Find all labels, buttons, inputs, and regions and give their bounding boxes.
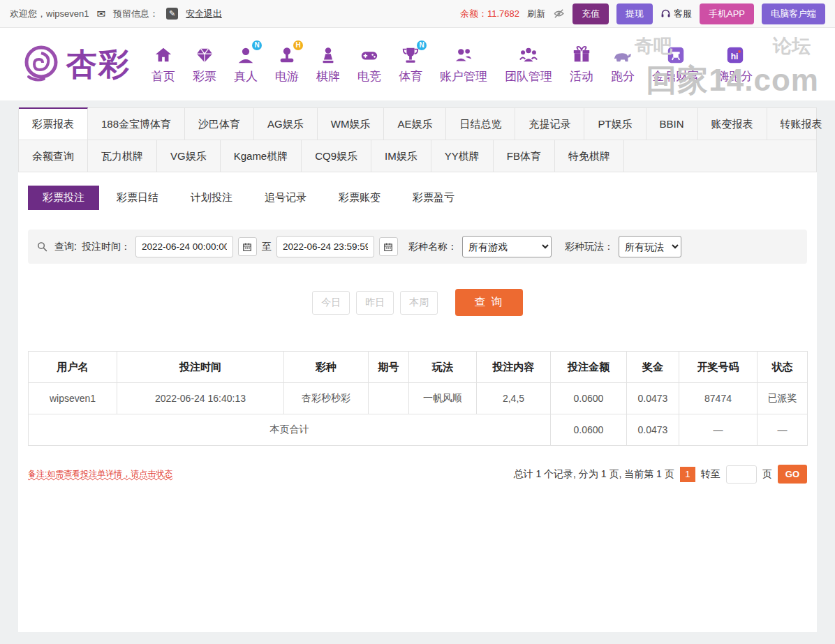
logout-link[interactable]: 安全退出 (186, 8, 222, 20)
hot-badge: H (293, 40, 303, 50)
bet-time-to-input[interactable] (276, 236, 374, 257)
subtab-plan-bets[interactable]: 计划投注 (176, 186, 247, 210)
col-bet-time: 投注时间 (117, 352, 284, 383)
tab-bbin[interactable]: BBIN (646, 108, 698, 140)
tab-temian-chess[interactable]: 特免棋牌 (555, 140, 624, 172)
cell-status-link[interactable]: 已派奖 (758, 383, 808, 414)
tab-balance-change-report[interactable]: 账变报表 (698, 108, 767, 140)
bet-report-table: 用户名 投注时间 彩种 期号 玩法 投注内容 投注金额 奖金 开奖号码 状态 w… (28, 351, 808, 446)
message-icon[interactable]: ✉ (96, 8, 105, 20)
nav-item-egames[interactable]: H 电游 (275, 44, 299, 84)
search-bar: 查询: 投注时间： 至 彩种名称： 所有游戏 彩种玩法： 所有玩法 (28, 230, 807, 264)
team-users-icon (519, 44, 538, 66)
subtab-lottery-balance-change[interactable]: 彩票账变 (324, 186, 395, 210)
eye-off-icon[interactable] (553, 8, 565, 20)
search-submit-button[interactable]: 查 询 (455, 289, 522, 316)
tab-ae[interactable]: AE娱乐 (384, 108, 446, 140)
calendar-icon[interactable] (238, 237, 257, 256)
current-page-button[interactable]: 1 (680, 467, 695, 482)
tab-fb-sports[interactable]: FB体育 (494, 140, 555, 172)
tab-lottery-report[interactable]: 彩票报表 (19, 107, 88, 140)
nav-item-paofen[interactable]: 跑分 (611, 44, 635, 84)
tab-wali-chess[interactable]: 瓦力棋牌 (88, 140, 157, 172)
pagination: 总计 1 个记录, 分为 1 页, 当前第 1 页 1 转至 页 GO (514, 465, 808, 484)
search-icon (36, 241, 48, 253)
tab-balance-query[interactable]: 余额查询 (19, 140, 88, 172)
pagination-summary: 总计 1 个记录, 分为 1 页, 当前第 1 页 (514, 468, 674, 481)
main-nav: 首页 彩票 N 真人 H 电游 (152, 44, 753, 84)
nav-item-team[interactable]: 团队管理 (505, 44, 552, 84)
subtab-lottery-daily[interactable]: 彩票日结 (102, 186, 173, 210)
tab-kgame[interactable]: Kgame棋牌 (221, 140, 302, 172)
cell-draw-numbers: 87474 (679, 383, 758, 414)
subtab-lottery-profit-loss[interactable]: 彩票盈亏 (398, 186, 469, 210)
cell-game: 杏彩秒秒彩 (284, 383, 369, 414)
sports-trophy-icon: N (401, 44, 420, 66)
game-select[interactable]: 所有游戏 (462, 236, 552, 257)
nav-item-account[interactable]: 账户管理 (440, 44, 487, 84)
balance-label: 余额： (460, 8, 487, 19)
svg-text:hi: hi (730, 52, 738, 61)
tab-cq9[interactable]: CQ9娱乐 (302, 140, 371, 172)
goto-label: 转至 (701, 468, 721, 481)
nav-item-activity[interactable]: 活动 (570, 44, 593, 84)
account-users-icon (454, 44, 473, 66)
tab-daily-overview[interactable]: 日结总览 (446, 108, 515, 140)
withdraw-button[interactable]: 提现 (616, 3, 653, 24)
table-header-row: 用户名 投注时间 彩种 期号 玩法 投注内容 投注金额 奖金 开奖号码 状态 (29, 352, 808, 383)
esports-gamepad-icon (360, 44, 379, 66)
cell-bet-amount: 0.0600 (551, 383, 627, 414)
cell-prize: 0.0473 (627, 383, 679, 414)
tab-yy-chess[interactable]: YY棋牌 (431, 140, 494, 172)
tab-shaba-sports[interactable]: 沙巴体育 (185, 108, 254, 140)
col-username: 用户名 (29, 352, 117, 383)
nav-item-chess[interactable]: 棋牌 (316, 44, 340, 84)
cell-issue (369, 383, 409, 414)
reserved-info-label: 预留信息： (113, 8, 158, 20)
deposit-button[interactable]: 充值 (572, 3, 609, 24)
today-button[interactable]: 今日 (312, 291, 350, 315)
subtab-chase-record[interactable]: 追号记录 (250, 186, 321, 210)
tab-pt[interactable]: PT娱乐 (584, 108, 646, 140)
yesterday-button[interactable]: 昨日 (356, 291, 394, 315)
edit-icon[interactable]: ✎ (166, 8, 178, 20)
goto-page-input[interactable] (726, 465, 757, 484)
tab-transfer-report[interactable]: 转账报表 (767, 108, 835, 140)
this-week-button[interactable]: 本周 (400, 291, 438, 315)
nav-item-jinding[interactable]: 金鼎财富 (652, 44, 700, 84)
nav-item-home[interactable]: 首页 (152, 44, 175, 84)
nav-item-sports[interactable]: N 体育 (399, 44, 422, 84)
jinding-wealth-icon (666, 44, 686, 66)
nav-item-esports[interactable]: 电竞 (357, 44, 381, 84)
go-button[interactable]: GO (778, 465, 807, 484)
watermark-text: 论坛 (773, 33, 811, 59)
play-select[interactable]: 所有玩法 (619, 236, 681, 257)
cell-bet-content: 2,4,5 (477, 383, 551, 414)
nav-item-lottery[interactable]: 彩票 (193, 44, 216, 84)
tab-deposit-withdraw-record[interactable]: 充提记录 (515, 108, 584, 140)
page-unit-label: 页 (762, 468, 772, 481)
calendar-icon[interactable] (379, 237, 398, 256)
mobile-app-button[interactable]: 手机APP (700, 3, 754, 24)
bet-time-from-input[interactable] (135, 236, 233, 257)
tab-ag[interactable]: AG娱乐 (254, 108, 318, 140)
subtab-lottery-bets[interactable]: 彩票投注 (28, 186, 99, 210)
tab-im[interactable]: IM娱乐 (371, 140, 431, 172)
pc-client-button[interactable]: 电脑客户端 (762, 3, 825, 24)
play-type-label: 彩种玩法： (565, 241, 614, 253)
tab-vg[interactable]: VG娱乐 (157, 140, 221, 172)
brand-logo[interactable]: 杏彩 (22, 44, 131, 85)
table-row: wipseven1 2022-06-24 16:40:13 杏彩秒秒彩 一帆风顺… (29, 383, 808, 414)
nav-item-hipaofen[interactable]: hi 嗨跑分 (717, 44, 753, 84)
customer-service-link[interactable]: 客服 (660, 8, 692, 20)
bet-time-label: 投注时间： (82, 241, 131, 253)
tab-wm[interactable]: WM娱乐 (318, 108, 385, 140)
activity-gift-icon (572, 44, 591, 66)
nav-item-live[interactable]: N 真人 (234, 44, 258, 84)
tab-188-sports[interactable]: 188金宝博体育 (88, 108, 185, 140)
welcome-text: 欢迎您，wipseven1 (10, 8, 89, 20)
refresh-link[interactable]: 刷新 (527, 8, 545, 20)
tabs-row-2: 余额查询 瓦力棋牌 VG娱乐 Kgame棋牌 CQ9娱乐 IM娱乐 YY棋牌 F… (19, 140, 816, 172)
col-draw-numbers: 开奖号码 (679, 352, 758, 383)
summary-prize: 0.0473 (627, 414, 679, 446)
